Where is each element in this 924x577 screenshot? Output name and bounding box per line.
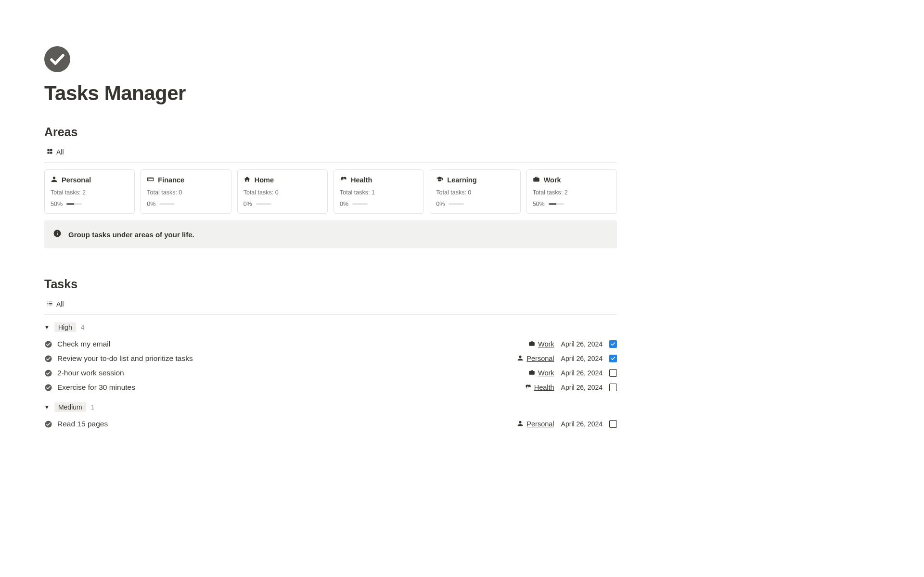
done-checkbox[interactable]: [609, 420, 617, 428]
group-count: 4: [81, 323, 85, 331]
area-card[interactable]: Personal Total tasks: 2 50%: [44, 169, 135, 214]
task-area-name: Health: [534, 384, 554, 391]
heartbeat-icon: [525, 384, 531, 392]
group-label: High: [54, 322, 76, 332]
done-checkbox[interactable]: [609, 340, 617, 348]
areas-heading: Areas: [44, 125, 617, 139]
area-percent: 0%: [244, 201, 252, 207]
progress-bar: [449, 203, 464, 205]
task-area-link[interactable]: Health: [525, 384, 554, 392]
area-name: Learning: [447, 176, 476, 184]
house-icon: [244, 176, 251, 184]
list-icon: [46, 300, 53, 308]
person-icon: [517, 355, 524, 363]
check-circle-icon: [44, 369, 52, 377]
group-toggle-row[interactable]: ▼ High 4: [44, 322, 617, 332]
task-area-link[interactable]: Work: [528, 369, 554, 377]
task-area-name: Personal: [526, 420, 554, 428]
area-card[interactable]: Learning Total tasks: 0 0%: [430, 169, 520, 214]
group-count: 1: [91, 403, 95, 411]
area-total: Total tasks: 2: [51, 189, 128, 196]
task-area-name: Work: [538, 340, 554, 348]
area-percent: 50%: [533, 201, 545, 207]
person-icon: [51, 176, 58, 184]
progress-bar: [256, 203, 271, 205]
area-card[interactable]: Health Total tasks: 1 0%: [334, 169, 424, 214]
area-total: Total tasks: 2: [533, 189, 611, 196]
task-area-link[interactable]: Personal: [517, 355, 554, 363]
svg-point-1: [44, 46, 70, 72]
task-date: April 26, 2024: [561, 420, 603, 428]
area-percent: 0%: [436, 201, 445, 207]
area-total: Total tasks: 0: [244, 189, 321, 196]
task-title: 2-hour work session: [57, 369, 124, 377]
task-date: April 26, 2024: [561, 355, 603, 362]
task-title: Read 15 pages: [57, 420, 108, 428]
tasks-heading: Tasks: [44, 277, 617, 291]
chevron-down-icon: ▼: [44, 404, 50, 410]
check-circle-icon: [44, 340, 52, 348]
progress-bar: [352, 203, 368, 205]
check-circle-icon: [44, 384, 52, 392]
areas-grid: Personal Total tasks: 2 50% Finance Tota…: [44, 169, 617, 214]
task-row[interactable]: Check my email Work April 26, 2024: [44, 337, 617, 351]
area-total: Total tasks: 0: [436, 189, 514, 196]
areas-view-label: All: [56, 148, 64, 156]
areas-view-all-tab[interactable]: All: [44, 147, 66, 157]
area-percent: 50%: [51, 201, 63, 207]
person-icon: [517, 420, 524, 428]
briefcase-icon: [533, 176, 540, 184]
group-label: Medium: [54, 402, 86, 412]
task-date: April 26, 2024: [561, 369, 603, 377]
area-name: Health: [351, 176, 372, 184]
task-row[interactable]: Exercise for 30 minutes Health April 26,…: [44, 380, 617, 395]
check-circle-icon: [44, 355, 52, 363]
done-checkbox[interactable]: [609, 369, 617, 377]
page-title[interactable]: Tasks Manager: [44, 82, 617, 105]
tasks-view-label: All: [56, 300, 64, 308]
area-card[interactable]: Home Total tasks: 0 0%: [237, 169, 328, 214]
callout: Group tasks under areas of your life.: [44, 220, 617, 248]
page-icon[interactable]: [44, 46, 617, 72]
group-toggle-row[interactable]: ▼ Medium 1: [44, 402, 617, 412]
gallery-icon: [46, 148, 53, 156]
areas-view-tabs: All: [44, 144, 617, 163]
tasks-view-tabs: All: [44, 296, 617, 315]
area-percent: 0%: [147, 201, 155, 207]
area-name: Home: [255, 176, 274, 184]
area-name: Finance: [158, 176, 184, 184]
chevron-down-icon: ▼: [44, 324, 50, 330]
area-total: Total tasks: 0: [147, 189, 225, 196]
task-area-link[interactable]: Work: [528, 340, 554, 348]
task-title: Review your to-do list and prioritize ta…: [57, 354, 193, 363]
progress-bar: [159, 203, 175, 205]
task-title: Check my email: [57, 340, 110, 348]
gradcap-icon: [436, 176, 443, 184]
task-area-name: Work: [538, 369, 554, 377]
done-checkbox[interactable]: [609, 355, 617, 362]
task-row[interactable]: Read 15 pages Personal April 26, 2024: [44, 417, 617, 431]
area-card[interactable]: Work Total tasks: 2 50%: [526, 169, 617, 214]
task-date: April 26, 2024: [561, 384, 603, 391]
creditcard-icon: [147, 176, 154, 184]
task-title: Exercise for 30 minutes: [57, 383, 135, 392]
task-groups: ▼ High 4 Check my email Work April 26, 2…: [44, 322, 617, 431]
briefcase-icon: [528, 340, 535, 348]
task-row[interactable]: Review your to-do list and prioritize ta…: [44, 351, 617, 366]
progress-bar: [66, 203, 82, 205]
area-card[interactable]: Finance Total tasks: 0 0%: [141, 169, 231, 214]
task-area-link[interactable]: Personal: [517, 420, 554, 428]
area-name: Work: [544, 176, 561, 184]
tasks-view-all-tab[interactable]: All: [44, 299, 66, 309]
task-date: April 26, 2024: [561, 340, 603, 348]
callout-text: Group tasks under areas of your life.: [68, 231, 194, 239]
check-circle-icon: [44, 420, 52, 428]
task-row[interactable]: 2-hour work session Work April 26, 2024: [44, 366, 617, 380]
area-name: Personal: [62, 176, 91, 184]
done-checkbox[interactable]: [609, 384, 617, 391]
area-percent: 0%: [340, 201, 348, 207]
task-area-name: Personal: [526, 355, 554, 362]
area-total: Total tasks: 1: [340, 189, 418, 196]
progress-bar: [549, 203, 564, 205]
briefcase-icon: [528, 369, 535, 377]
